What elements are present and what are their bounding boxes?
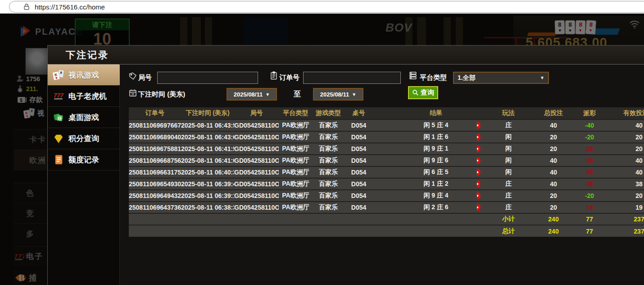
replay-icon[interactable] bbox=[477, 122, 481, 129]
header-payout: 派彩 bbox=[576, 107, 603, 120]
cell-replay bbox=[477, 120, 495, 131]
cell-bet: 闲 bbox=[495, 131, 522, 143]
cell-order: 250811069697667 bbox=[129, 120, 181, 131]
table-header-row: 订单号 下注时间 (美东) 局号 平台类型 游戏类型 桌号 结果 玩法 总投注 … bbox=[129, 107, 644, 120]
cell-bet: 庄 bbox=[495, 202, 522, 213]
cell-game: 百家乐 bbox=[313, 202, 344, 213]
round-number-input[interactable] bbox=[157, 72, 258, 84]
document-icon bbox=[53, 154, 64, 165]
cell-table: D054 bbox=[344, 120, 373, 131]
cell-payout: -20 bbox=[576, 131, 603, 143]
to-label: 至 bbox=[294, 90, 301, 99]
svg-text:777: 777 bbox=[54, 92, 63, 99]
casino-page-background: PLAYACE 请下注 10 BOV 8♠ 8♠ 8♦ 8♦ 5,605,683… bbox=[0, 14, 644, 285]
sidebar-item-credit-records[interactable]: 额度记录 bbox=[48, 149, 119, 170]
cell-platform: PA欧洲厅 bbox=[279, 202, 313, 213]
subtotal-total-bet: 240 bbox=[522, 213, 576, 225]
cards-icon: 9 K ♥ bbox=[53, 69, 64, 81]
replay-icon[interactable] bbox=[477, 157, 481, 164]
bet-time-filter-label: 下注时间 (美东) bbox=[138, 90, 185, 99]
subtotal-row: 小计 240 77 237 bbox=[129, 213, 644, 225]
replay-icon[interactable] bbox=[477, 180, 481, 188]
cell-time: 2025-08-11 06:40:35 bbox=[181, 166, 234, 178]
chevron-down-icon: ▼ bbox=[352, 92, 356, 97]
cell-valid-bet: 40 bbox=[603, 120, 644, 131]
cell-valid-bet: 38 bbox=[603, 178, 644, 190]
cell-total-bet: 20 bbox=[522, 143, 576, 155]
cell-payout: 20 bbox=[576, 143, 603, 155]
cell-payout: 40 bbox=[576, 155, 603, 166]
sidebar-item-slots[interactable]: 777 电子老虎机 bbox=[48, 86, 119, 107]
date-from-picker[interactable]: 2025/08/11 ▼ bbox=[227, 88, 277, 101]
bet-records-modal: 下注记录 9 K ♥ 视讯游戏 bbox=[47, 45, 644, 285]
platform-type-select[interactable]: 1.全部 ▼ bbox=[453, 72, 549, 84]
date-to-value: 2025/08/11 bbox=[320, 91, 349, 98]
header-order: 订单号 bbox=[129, 107, 181, 120]
replay-icon[interactable] bbox=[477, 133, 481, 141]
cell-time: 2025-08-11 06:41:51 bbox=[181, 143, 234, 155]
cell-game: 百家乐 bbox=[313, 166, 344, 178]
cell-replay bbox=[477, 143, 495, 155]
gem-icon bbox=[53, 133, 64, 144]
cell-total-bet: 40 bbox=[522, 166, 576, 178]
cell-game: 百家乐 bbox=[313, 178, 344, 190]
replay-icon[interactable] bbox=[477, 192, 481, 199]
cell-game: 百家乐 bbox=[313, 155, 344, 166]
date-to-picker[interactable]: 2025/08/11 ▼ bbox=[313, 88, 363, 101]
cell-result: 闲 2 庄 6 bbox=[373, 202, 477, 213]
cell-round: GD054258110OK bbox=[234, 131, 279, 143]
table-row: 2508110696494322025-08-11 06:39:14GD0542… bbox=[129, 190, 644, 202]
svg-text:C: C bbox=[59, 117, 61, 120]
search-icon bbox=[412, 89, 419, 96]
search-button[interactable]: 查询 bbox=[408, 86, 438, 99]
cell-replay bbox=[477, 190, 495, 202]
table-row: 2508110696976672025-08-11 06:43:57GD0542… bbox=[129, 120, 644, 131]
cell-table: D054 bbox=[344, 166, 373, 178]
cell-result: 闲 1 庄 2 bbox=[373, 178, 477, 190]
grand-total-payout: 77 bbox=[576, 225, 603, 237]
subtotal-valid-bet: 237 bbox=[603, 213, 644, 225]
cell-time: 2025-08-11 06:43:08 bbox=[181, 131, 234, 143]
cell-replay bbox=[477, 166, 495, 178]
cell-payout: 38 bbox=[576, 178, 603, 190]
replay-icon[interactable] bbox=[477, 169, 481, 176]
cell-table: D054 bbox=[344, 202, 373, 213]
sidebar-item-video-games[interactable]: 9 K ♥ 视讯游戏 bbox=[48, 64, 119, 86]
cell-table: D054 bbox=[344, 131, 373, 143]
url-bar[interactable]: https://175616.cc/home bbox=[9, 1, 644, 13]
cell-round: GD054258110OF bbox=[234, 178, 279, 190]
order-number-input[interactable] bbox=[303, 72, 401, 84]
cell-round: GD054258110OE bbox=[234, 190, 279, 202]
cell-order: 250811069689040 bbox=[129, 131, 181, 143]
sidebar-item-label: 视讯游戏 bbox=[68, 70, 99, 80]
header-time: 下注时间 (美东) bbox=[181, 107, 234, 120]
cell-game: 百家乐 bbox=[313, 120, 344, 131]
cell-total-bet: 40 bbox=[522, 178, 576, 190]
cell-table: D054 bbox=[344, 155, 373, 166]
cell-total-bet: 20 bbox=[522, 131, 576, 143]
table-games-icon: C bbox=[53, 111, 64, 123]
cell-time: 2025-08-11 06:41:08 bbox=[181, 155, 234, 166]
cell-valid-bet: 40 bbox=[603, 166, 644, 178]
cell-valid-bet: 19 bbox=[603, 202, 644, 213]
cell-order: 250811069668756 bbox=[129, 155, 181, 166]
header-result: 结果 bbox=[373, 107, 477, 120]
cell-game: 百家乐 bbox=[313, 131, 344, 143]
cell-result: 闲 9 庄 4 bbox=[373, 190, 477, 202]
date-from-value: 2025/08/11 bbox=[234, 91, 263, 98]
cell-bet: 庄 bbox=[495, 190, 522, 202]
sidebar-item-points-query[interactable]: 积分查询 bbox=[48, 128, 119, 149]
chevron-down-icon: ▼ bbox=[540, 75, 544, 80]
replay-icon[interactable] bbox=[477, 204, 481, 211]
sidebar-item-table-games[interactable]: C 桌面游戏 bbox=[48, 107, 119, 128]
cell-result: 闲 5 庄 4 bbox=[373, 120, 477, 131]
lock-icon bbox=[23, 3, 30, 10]
cell-order: 250811069675881 bbox=[129, 143, 181, 155]
table-row: 2508110696549302025-08-11 06:39:49GD0542… bbox=[129, 178, 644, 190]
sidebar-item-label: 桌面游戏 bbox=[68, 112, 99, 123]
subtotal-spacer bbox=[129, 213, 495, 225]
modal-sidebar: 9 K ♥ 视讯游戏 777 电子老虎机 bbox=[48, 64, 120, 285]
order-filter-label: 订单号 bbox=[279, 74, 299, 82]
replay-icon[interactable] bbox=[477, 145, 481, 152]
cell-bet: 闲 bbox=[495, 143, 522, 155]
